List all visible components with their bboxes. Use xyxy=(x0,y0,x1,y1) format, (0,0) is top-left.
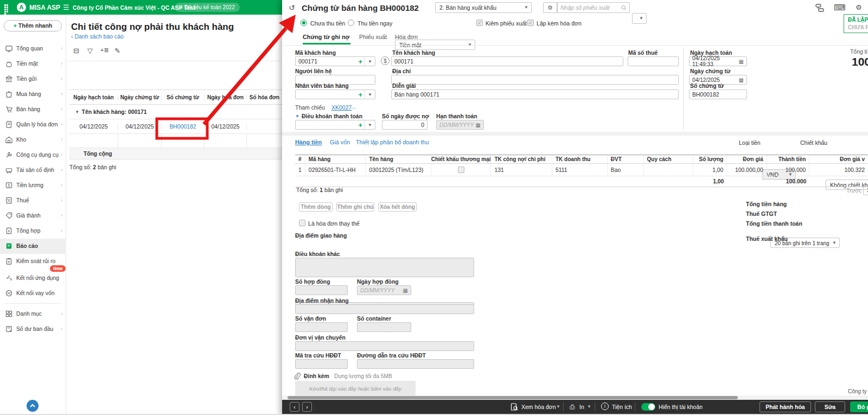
payment-terms-field[interactable]: +▼ xyxy=(295,120,375,130)
attachment-dropzone[interactable]: Kéo/thả tệp vào đây hoặc bấm vào đây xyxy=(295,381,416,397)
print-icon[interactable]: ⎙ xyxy=(570,403,575,411)
sidebar-item-tien-gui[interactable]: Tiền gửi› xyxy=(0,72,66,87)
other-terms-textarea[interactable] xyxy=(295,258,474,277)
sidebar-item-thue[interactable]: Thuế› xyxy=(0,193,66,208)
chevron-down-icon[interactable]: ▼ xyxy=(365,123,375,127)
view-invoice-button[interactable]: Xem hóa đơn xyxy=(521,404,556,410)
tab-chung-tu-ghi-no[interactable]: Chứng từ ghi nợ xyxy=(303,34,349,40)
doc-no-field[interactable]: BH000182 xyxy=(689,90,747,99)
reference-more-link[interactable]: ... xyxy=(352,103,356,110)
settings-icon[interactable]: ⚙ xyxy=(856,3,862,11)
keyboard-shortcuts-icon[interactable]: ⌨ xyxy=(834,3,846,12)
sidebar-item-so-du-ban-dau[interactable]: Số dư ban đầu› xyxy=(0,322,66,337)
with-invoice-checkbox[interactable]: ✓ xyxy=(527,20,534,26)
sidebar-item-tai-san-co-dinh[interactable]: Tài sản cố định› xyxy=(0,163,66,178)
sidebar-item-quan-ly-hoa-don[interactable]: Quản lý hóa đơn› xyxy=(0,117,66,132)
scrollbar-thumb[interactable] xyxy=(288,396,738,399)
sidebar-item-tong-hop[interactable]: $ Tổng hợp› xyxy=(0,224,66,239)
address-field[interactable] xyxy=(391,75,679,85)
sidebar-item-tien-luong[interactable]: $ Tiền lương› xyxy=(0,178,66,193)
contract-date-field[interactable]: DD/MM/YYYY▦ xyxy=(357,285,411,295)
chevron-down-icon[interactable]: ▼ xyxy=(587,404,591,409)
contract-no-field[interactable] xyxy=(295,285,348,295)
sidebar-item-cong-cu-dung-cu[interactable]: Công cụ dụng cụ› xyxy=(0,148,66,163)
column-header[interactable]: Ngày hóa đơn xyxy=(205,94,247,100)
collect-now-radio[interactable] xyxy=(348,20,354,26)
due-date-field[interactable]: DD/MM/YYYY▦ xyxy=(436,120,484,130)
add-salesperson-icon[interactable]: + xyxy=(356,91,365,99)
edit-icon[interactable]: ✎ xyxy=(114,47,120,55)
export-slip-checkbox[interactable]: ✓ xyxy=(476,20,483,26)
prev-page-button[interactable]: Trước xyxy=(846,188,861,194)
search-input[interactable] xyxy=(560,3,621,12)
sidebar-item-danh-muc[interactable]: Danh mục› xyxy=(0,307,66,322)
cell-doc-no-link[interactable]: BH000182 xyxy=(162,124,205,130)
cell-item-name[interactable]: 03012025 (Tím/L123) xyxy=(366,164,431,176)
history-icon[interactable]: ↺ xyxy=(289,3,295,12)
tax-code-field[interactable] xyxy=(628,56,679,66)
caret-down-icon[interactable]: ▼ xyxy=(295,114,299,119)
print-button[interactable]: In xyxy=(579,404,584,410)
quick-edit-button[interactable]: Sửa nhanh xyxy=(815,401,845,412)
tab-hoa-don[interactable]: Hóa đơn xyxy=(395,34,418,40)
item-row[interactable]: 1 02926501-TI-L-HH 03012025 (Tím/L123) ✓… xyxy=(295,164,868,176)
unpost-button[interactable]: Bỏ g xyxy=(850,401,868,412)
subtab-phan-bo-doanh-thu[interactable]: Thiết lập phân bổ doanh thu xyxy=(356,139,429,145)
col-unit-price-converted[interactable]: Đơn giá v xyxy=(809,155,868,163)
accounting-data-badge[interactable]: ● Dữ liệu kế toán 2022 xyxy=(175,3,240,12)
lookup-code-field[interactable] xyxy=(295,359,348,369)
caret-down-icon[interactable]: ▾ xyxy=(76,109,79,114)
horizontal-scrollbar[interactable] xyxy=(282,395,868,400)
calendar-icon[interactable]: ▦ xyxy=(403,288,408,293)
app-grid-icon[interactable] xyxy=(4,4,10,10)
tab-phieu-xuat[interactable]: Phiếu xuất xyxy=(359,34,387,40)
search-settings-button[interactable]: ⚙ xyxy=(543,2,557,13)
cell-revenue-account[interactable]: 5111 xyxy=(552,164,608,176)
col-item-code[interactable]: Mã hàng xyxy=(305,155,366,163)
cell-unit-price[interactable]: 100.000,00 xyxy=(727,164,767,176)
related-vouchers-icon[interactable] xyxy=(815,4,825,12)
cell-spec[interactable] xyxy=(644,164,693,176)
add-terms-icon[interactable]: + xyxy=(356,121,365,129)
sidebar-item-ket-noi-ung-dung[interactable]: Kết nối ứng dụng xyxy=(0,271,66,286)
cell-unit[interactable]: Bao xyxy=(608,164,644,176)
col-unit-price[interactable]: Đơn giá xyxy=(727,155,767,163)
carrier-field[interactable] xyxy=(295,341,474,351)
cell-debt-account[interactable]: 131 xyxy=(491,164,552,176)
cell-unit-price-converted[interactable]: 100.322 xyxy=(809,164,868,176)
cell-amount[interactable]: 100.000 xyxy=(767,164,809,176)
hamburger-icon[interactable]: ☰ xyxy=(63,3,69,11)
col-index[interactable]: # xyxy=(295,155,305,163)
lookup-url-field[interactable] xyxy=(357,359,474,369)
quick-add-button[interactable]: + Thêm nhanh xyxy=(4,20,62,31)
group-row[interactable]: ▾ Tên khách hàng: 000171 xyxy=(69,105,282,119)
col-amount[interactable]: Thành tiền xyxy=(767,155,809,163)
back-to-report-list-link[interactable]: ‹ Danh sách báo cáo xyxy=(71,33,124,40)
scroll-top-button[interactable] xyxy=(27,400,39,412)
table-row[interactable]: 04/12/2025 04/12/2025 BH000182 04/12/202… xyxy=(69,119,282,134)
search-options-dropdown[interactable]: ▼ xyxy=(632,13,647,24)
trade-discount-checkbox[interactable]: ✓ xyxy=(458,167,464,173)
column-header[interactable]: Ngày hạch toán xyxy=(69,94,118,100)
subtab-gia-von[interactable]: Giá vốn xyxy=(330,139,350,145)
add-note-button[interactable]: Thêm ghi chú xyxy=(336,202,374,212)
export-slip-search[interactable] xyxy=(557,2,630,13)
sidebar-item-ban-hang[interactable]: Bán hàng› xyxy=(0,102,66,117)
chevron-down-icon[interactable]: ▼ xyxy=(365,92,375,97)
salesperson-field[interactable]: +▼ xyxy=(295,90,375,99)
add-row-button[interactable]: Thêm dòng xyxy=(299,202,333,212)
col-item-name[interactable]: Tên hàng xyxy=(366,155,431,163)
column-header[interactable]: Ngày chứng từ xyxy=(118,94,162,100)
sidebar-item-kho[interactable]: Kho› xyxy=(0,132,66,148)
col-debt-account[interactable]: TK công nợ/ chi phí xyxy=(491,155,552,163)
customer-code-field[interactable]: 000171 +▼ xyxy=(295,56,375,66)
description-field[interactable]: Bán hàng 000171 xyxy=(391,90,679,99)
bill-no-field[interactable] xyxy=(295,322,348,332)
chevron-down-icon[interactable]: ▼ xyxy=(556,404,560,409)
receive-point-field[interactable] xyxy=(295,304,474,314)
filter-icon[interactable]: ▽ xyxy=(87,47,93,55)
sidebar-item-mua-hang[interactable]: Mua hàng› xyxy=(0,87,66,102)
replacement-invoice-checkbox[interactable]: ✓ xyxy=(299,220,305,226)
cell-item-code[interactable]: 02926501-TI-L-HH xyxy=(305,164,366,176)
column-header[interactable]: Số hóa đơn xyxy=(247,94,282,100)
